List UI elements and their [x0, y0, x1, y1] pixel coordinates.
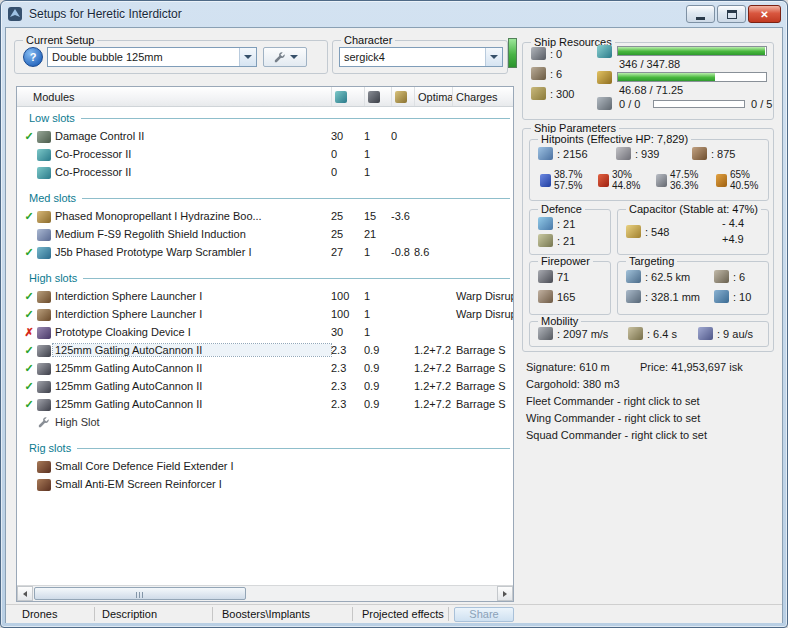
table-row[interactable]: ✓ Damage Control II 30 1 0 — [17, 127, 513, 145]
section-header-med-slots: Med slots — [17, 189, 513, 207]
scrollbar-track[interactable] — [33, 586, 497, 601]
tab-separator — [94, 607, 95, 621]
minimize-icon — [696, 17, 705, 20]
scroll-right-arrow[interactable] — [497, 586, 513, 601]
table-row-selected[interactable]: ✓ 125mm Gatling AutoCannon II 2.3 0.9 1.… — [17, 341, 513, 359]
cpu-usage-text: 346 / 347.88 — [619, 58, 680, 70]
horizontal-scrollbar[interactable] — [17, 585, 513, 601]
setup-dropdown-value: Double bubble 125mm — [48, 51, 239, 63]
tab-separator — [352, 607, 353, 621]
table-row[interactable]: ✓ Interdiction Sphere Launcher I 100 1 W… — [17, 305, 513, 323]
close-button[interactable]: ✕ — [748, 5, 781, 23]
maximize-button[interactable] — [717, 5, 746, 23]
character-dropdown[interactable]: sergick4 — [339, 47, 503, 67]
module-icon — [37, 461, 51, 473]
tab-projected-effects[interactable]: Projected effects — [362, 608, 444, 620]
fitted-check-icon: ✓ — [24, 210, 33, 222]
structure-hp-value: : 875 — [711, 148, 735, 160]
offline-cross-icon: ✗ — [24, 326, 33, 338]
cpu-bar — [617, 46, 767, 56]
table-row[interactable]: ✓ 125mm Gatling AutoCannon II 2.3 0.9 1.… — [17, 395, 513, 413]
pg-value: 1 — [364, 148, 391, 160]
table-row-empty-high-slot[interactable]: High Slot — [17, 413, 513, 431]
table-row[interactable]: ✓ Phased Monopropellant I Hydrazine Boo.… — [17, 207, 513, 225]
scroll-left-arrow[interactable] — [17, 586, 33, 601]
cpu-value: 2.3 — [331, 380, 364, 392]
drones-count-text: 0 / 0 — [619, 98, 640, 110]
price-text: Price: 41,953,697 isk — [640, 361, 743, 373]
chevron-down-icon — [290, 55, 298, 59]
help-button[interactable]: ? — [23, 47, 43, 67]
section-header-rig-slots: Rig slots — [17, 439, 513, 457]
table-row[interactable]: Small Anti-EM Screen Reinforcer I — [17, 475, 513, 493]
tab-description[interactable]: Description — [102, 608, 157, 620]
kinetic-resist-icon — [656, 174, 667, 187]
table-row[interactable]: ✗ Prototype Cloaking Device I 30 1 — [17, 323, 513, 341]
tab-drones[interactable]: Drones — [22, 608, 57, 620]
cpu-value: 30 — [331, 130, 364, 142]
table-row[interactable]: ✓ Interdiction Sphere Launcher I 100 1 W… — [17, 287, 513, 305]
module-icon — [37, 291, 51, 303]
table-row[interactable]: Medium F-S9 Regolith Shield Induction 25… — [17, 225, 513, 243]
character-dropdown-button[interactable] — [485, 48, 502, 66]
optimal-value: 1.2+7.2 — [414, 380, 452, 392]
pg-value: 0.9 — [364, 362, 391, 374]
section-line — [77, 448, 510, 449]
share-button[interactable]: Share — [454, 607, 514, 622]
minimize-button[interactable] — [686, 5, 715, 23]
module-icon — [37, 327, 51, 339]
cpu-bar-fill — [618, 47, 765, 55]
launcher-hardpoint-icon — [531, 67, 546, 80]
cpu-icon — [597, 45, 612, 58]
modules-table-body: Low slots ✓ Damage Control II 30 1 0 Co-… — [17, 107, 513, 585]
shield-hp-icon — [538, 147, 553, 160]
current-setup-label: Current Setup — [23, 34, 97, 46]
tab-boosters-implants[interactable]: Boosters\Implants — [222, 608, 310, 620]
table-row[interactable]: ✓ 125mm Gatling AutoCannon II 2.3 0.9 1.… — [17, 359, 513, 377]
fitted-check-icon: ✓ — [24, 130, 33, 142]
modules-table-header: Modules Optimal Charges — [17, 87, 513, 107]
shield-thermal-resist: 30% — [612, 169, 640, 180]
fitted-check-icon: ✓ — [24, 308, 33, 320]
character-status-bar — [508, 38, 517, 68]
armor-em-resist: 57.5% — [554, 180, 582, 191]
shield-kinetic-resist: 47.5% — [670, 169, 698, 180]
table-row[interactable]: Small Core Defence Field Extender I — [17, 457, 513, 475]
setup-dropdown[interactable]: Double bubble 125mm — [47, 47, 257, 67]
warp-speed-value: : 9 au/s — [717, 328, 753, 340]
scan-resolution-value: : 328.1 mm — [645, 291, 700, 303]
table-row[interactable]: ✓ J5b Phased Prototype Warp Scrambler I … — [17, 243, 513, 261]
module-icon — [37, 247, 51, 259]
table-row[interactable]: Co-Processor II 0 1 — [17, 145, 513, 163]
module-icon — [37, 309, 51, 321]
missile-dps-icon — [538, 290, 553, 303]
defence-title: Defence — [538, 203, 585, 215]
squad-commander-text[interactable]: Squad Commander - right click to set — [526, 429, 707, 441]
fleet-commander-text[interactable]: Fleet Commander - right click to set — [526, 395, 700, 407]
wing-commander-text[interactable]: Wing Commander - right click to set — [526, 412, 700, 424]
armor-hp-value: : 939 — [635, 148, 659, 160]
fitted-check-icon: ✓ — [24, 380, 33, 392]
table-row[interactable]: ✓ 125mm Gatling AutoCannon II 2.3 0.9 1.… — [17, 377, 513, 395]
setup-tools-button[interactable] — [263, 47, 307, 67]
scrollbar-thumb[interactable] — [34, 587, 246, 600]
table-row[interactable]: Co-Processor II 0 1 — [17, 163, 513, 181]
hitpoints-group: Hitpoints (Effective HP: 7,829) : 2156 :… — [529, 139, 769, 201]
shield-hp-value: : 2156 — [557, 148, 588, 160]
wrench-icon — [37, 416, 50, 429]
cap-value: -0.8 — [391, 246, 414, 258]
pg-value: 15 — [364, 210, 391, 222]
capacitor-icon — [626, 225, 641, 238]
module-icon — [37, 229, 51, 241]
powergrid-usage-text: 46.68 / 71.25 — [619, 84, 683, 96]
modules-table: Modules Optimal Charges Low slots ✓ Dama… — [16, 86, 514, 602]
tab-separator — [212, 607, 213, 621]
bandwidth-text: 0 / 5 — [751, 98, 772, 110]
setup-dropdown-button[interactable] — [239, 48, 256, 66]
optimal-value: 8.6 — [414, 246, 452, 258]
module-icon — [37, 167, 51, 179]
shield-explosive-resist: 65% — [730, 169, 758, 180]
mobility-title: Mobility — [538, 315, 581, 327]
warp-speed-icon — [698, 327, 713, 340]
module-name: Prototype Cloaking Device I — [53, 326, 331, 338]
